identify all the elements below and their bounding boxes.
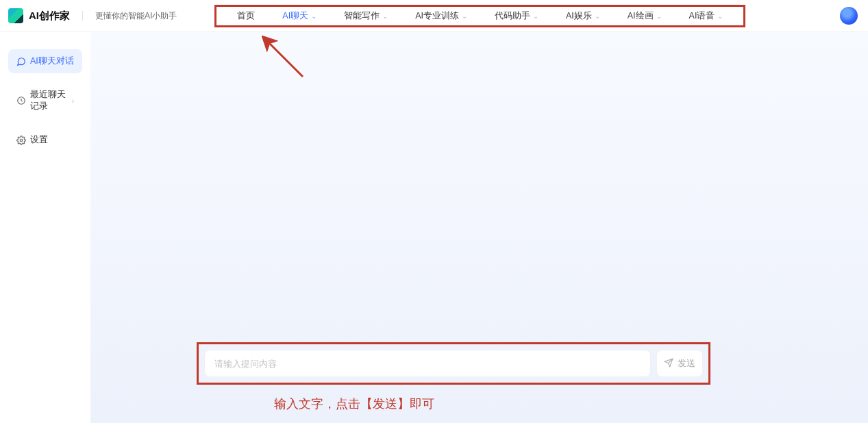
chat-icon (16, 57, 26, 66)
sidebar: AI聊天对话 最近聊天记录 › 设置 (0, 32, 90, 423)
nav-label: AI专业训练 (415, 10, 459, 22)
app-title: AI创作家 (29, 10, 70, 23)
nav-label: 智能写作 (344, 10, 380, 22)
logo-icon (8, 8, 23, 23)
divider (82, 11, 83, 21)
nav-highlight-box: 首页 AI聊天 ⌄ 智能写作 ⌄ AI专业训练 ⌄ 代码助手 ⌄ AI娱乐 ⌄ (214, 5, 745, 27)
nav-ai-entertain[interactable]: AI娱乐 ⌄ (552, 7, 614, 25)
annotation-arrow (262, 36, 317, 90)
nav-label: AI聊天 (282, 10, 308, 22)
sidebar-item-chat[interactable]: AI聊天对话 (8, 49, 82, 73)
chevron-down-icon: ⌄ (595, 12, 600, 20)
clock-icon (16, 96, 26, 105)
logo-area: AI创作家 更懂你的智能AI小助手 (8, 8, 177, 23)
chevron-down-icon: ⌄ (717, 12, 723, 20)
sidebar-item-label: 设置 (30, 134, 48, 146)
chevron-right-icon: › (72, 97, 74, 105)
chevron-down-icon: ⌄ (462, 12, 467, 20)
prompt-input[interactable] (204, 350, 651, 377)
nav-label: 首页 (237, 10, 255, 22)
sidebar-item-label: AI聊天对话 (30, 55, 74, 67)
nav-smart-write[interactable]: 智能写作 ⌄ (330, 7, 401, 25)
gear-icon (16, 136, 26, 145)
svg-line-2 (270, 44, 303, 77)
body: AI聊天对话 最近聊天记录 › 设置 (0, 32, 868, 423)
nav-ai-chat[interactable]: AI聊天 ⌄ (269, 7, 330, 25)
nav-label: AI绘画 (628, 10, 654, 22)
input-highlight-box: 发送 (197, 342, 710, 385)
chevron-down-icon: ⌄ (311, 12, 317, 20)
header: AI创作家 更懂你的智能AI小助手 首页 AI聊天 ⌄ 智能写作 ⌄ AI专业训… (0, 0, 868, 32)
nav-label: 代码助手 (495, 10, 530, 22)
chevron-down-icon: ⌄ (382, 12, 388, 20)
nav-label: AI语音 (689, 10, 715, 22)
nav-code-assist[interactable]: 代码助手 ⌄ (481, 7, 552, 25)
nav-ai-draw[interactable]: AI绘画 ⌄ (614, 7, 675, 25)
chevron-down-icon: ⌄ (656, 12, 662, 20)
nav-ai-training[interactable]: AI专业训练 ⌄ (401, 7, 481, 25)
top-nav: 首页 AI聊天 ⌄ 智能写作 ⌄ AI专业训练 ⌄ 代码助手 ⌄ AI娱乐 ⌄ (214, 0, 745, 31)
nav-label: AI娱乐 (566, 10, 592, 22)
chevron-down-icon: ⌄ (533, 12, 538, 20)
nav-ai-voice[interactable]: AI语音 ⌄ (675, 7, 737, 25)
send-icon (664, 358, 673, 370)
nav-home[interactable]: 首页 (223, 7, 269, 25)
sidebar-item-settings[interactable]: 设置 (8, 128, 82, 152)
avatar[interactable] (840, 7, 858, 25)
sidebar-item-label: 最近聊天记录 (30, 89, 68, 112)
annotation-helper-text: 输入文字，点击【发送】即可 (274, 396, 434, 412)
send-button[interactable]: 发送 (656, 350, 703, 377)
svg-point-1 (20, 139, 23, 142)
send-button-label: 发送 (678, 357, 695, 370)
main-area: 发送 输入文字，点击【发送】即可 (90, 32, 868, 423)
tagline: 更懂你的智能AI小助手 (95, 10, 177, 22)
sidebar-item-recent[interactable]: 最近聊天记录 › (8, 83, 82, 118)
